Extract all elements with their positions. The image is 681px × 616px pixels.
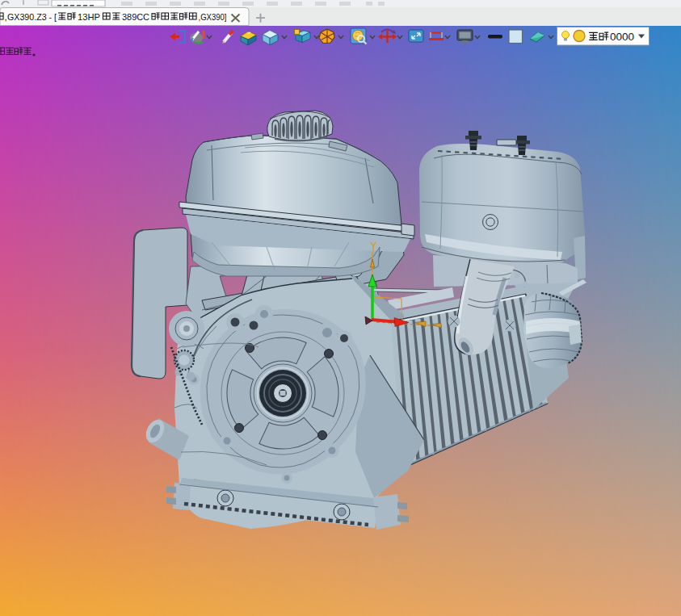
svg-text:0000: 0000 [610,31,634,43]
svg-text:GX390.Z3 - [: GX390.Z3 - [ [7,12,57,22]
svg-text:389CC: 389CC [122,12,149,22]
svg-text:,GX390]: ,GX390] [199,12,227,22]
svg-text:13HP: 13HP [78,12,100,22]
